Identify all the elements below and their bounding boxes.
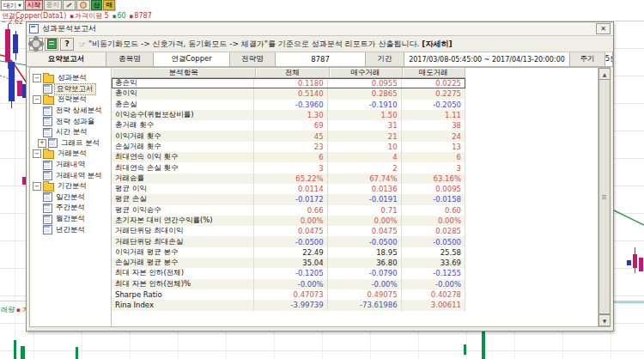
- tree-item-전략 상세분석[interactable]: 전략 상세분석: [30, 106, 111, 117]
- cell-value: 0.0285: [402, 226, 465, 236]
- report-sheet-icon: [43, 171, 52, 180]
- table-row[interactable]: 이익거래 횟수452124: [112, 131, 465, 141]
- scroll-down-button[interactable]: ▼: [598, 314, 611, 326]
- mode-dropdown[interactable]: 대기 ▼: [1, 0, 24, 10]
- dialog-titlebar[interactable]: 성과분석보고서 ✕: [27, 22, 613, 36]
- export-button[interactable]: [45, 38, 58, 51]
- tree-item-거래분석[interactable]: −거래분석: [30, 149, 111, 160]
- table-row[interactable]: 총이익0.51400.28650.2275: [112, 88, 465, 99]
- column-header-매도거래[interactable]: 매도거래: [403, 68, 465, 77]
- row-label: 총손익: [112, 78, 254, 88]
- tree-item-기간분석[interactable]: −기간분석: [30, 181, 111, 192]
- table-row[interactable]: 총거래 횟수693138: [112, 120, 465, 131]
- tree-item-월간분석[interactable]: 월간분석: [30, 214, 111, 225]
- cell-value: 0.00%: [328, 216, 402, 226]
- cell-value: 0.00%: [254, 216, 328, 226]
- table-row[interactable]: 최대연속 이익 횟수646: [112, 152, 465, 162]
- help-button[interactable]: ?: [60, 38, 74, 51]
- column-header-매수거래[interactable]: 매수거래: [330, 68, 403, 77]
- report-type-label: 요약보고서: [27, 52, 106, 66]
- buy-mode-button[interactable]: 산: [91, 0, 103, 10]
- excel-export-icon: [47, 39, 57, 49]
- tree-item-거래내역 분석[interactable]: 거래내역 분석: [30, 170, 111, 181]
- row-label: 손실거래 횟수: [112, 142, 254, 152]
- settings-button[interactable]: [29, 38, 43, 51]
- table-row[interactable]: 이익승수(위험보상비률)1.301.501.11: [112, 110, 465, 120]
- cell-value: -0.0500: [328, 236, 402, 246]
- collapse-icon[interactable]: −: [33, 182, 41, 191]
- tree-item-전략 성과율[interactable]: 전략 성과율: [30, 116, 111, 127]
- sell-mode-button[interactable]: 매: [103, 0, 115, 10]
- stop-button[interactable]: 중지: [44, 0, 62, 10]
- cell-value: -0.0500: [402, 236, 465, 246]
- cell-value: 69: [254, 120, 328, 131]
- tree-item-시간 분석[interactable]: 시간 분석: [30, 127, 111, 138]
- wrench-button[interactable]: [63, 0, 76, 10]
- volume-bar: [464, 344, 466, 355]
- row-label: 거래승률: [112, 173, 254, 184]
- row-label: 최대 자본 인하(전체)%: [112, 279, 254, 289]
- scrollbar-thumb[interactable]: [598, 79, 611, 314]
- table-row[interactable]: 거래승률65.22%67.74%63.16%: [112, 173, 465, 184]
- bullet-icon: ▪: [70, 13, 74, 20]
- column-header-전체[interactable]: 전체: [256, 68, 329, 77]
- table-row[interactable]: Rina Index-3.99739-73.619863.00611: [112, 300, 465, 310]
- cell-value: 45: [254, 131, 328, 141]
- tree-item-일간분석[interactable]: 일간분석: [30, 192, 111, 204]
- vertical-scrollbar[interactable]: ▲ ▼: [598, 68, 610, 326]
- tree-item-그래프 분석[interactable]: +그래프 분석: [30, 138, 111, 149]
- detail-link[interactable]: [자세히]: [422, 40, 452, 48]
- table-row[interactable]: 총손실-0.3960-0.1910-0.2050: [112, 100, 465, 110]
- candle: [633, 254, 637, 268]
- table-row[interactable]: 거래단위당 최대손실-0.0500-0.0500-0.0500: [112, 236, 465, 246]
- scroll-up-icon: ▲: [603, 71, 607, 77]
- table-row[interactable]: 손실거래 평균 봉수35.0436.8033.69: [112, 258, 465, 268]
- cell-value: 0.0095: [402, 184, 465, 194]
- scroll-up-button[interactable]: ▲: [598, 68, 611, 80]
- table-row[interactable]: 평균 이익승수0.660.710.60: [112, 205, 465, 216]
- table-row[interactable]: 평균 이익0.01140.01360.0095: [112, 184, 465, 194]
- cell-value: 63.16%: [402, 173, 465, 184]
- tree-item-거래내역[interactable]: 거래내역: [30, 160, 111, 171]
- expand-icon[interactable]: +: [38, 139, 46, 148]
- cell-value: 0.0955: [328, 78, 402, 88]
- table-row[interactable]: 최대 자본 인하(전체)-0.1205-0.0790-0.1255: [112, 268, 465, 278]
- table-row[interactable]: Sharpe Ratio0.470730.490750.40278: [112, 289, 465, 300]
- cell-value: 0.0114: [254, 184, 328, 194]
- collapse-icon[interactable]: −: [33, 95, 41, 104]
- collapse-icon[interactable]: −: [33, 149, 41, 158]
- period-field-value: 2017/03/08-05:45:00 ~ 2017/04/13-20:00:0…: [404, 52, 570, 66]
- row-label: 거래단위당 최대이익: [112, 226, 254, 236]
- cell-value: -0.00%: [402, 279, 465, 289]
- cell-value: 25.58: [402, 247, 465, 258]
- tree-item-주간분석[interactable]: 주간분석: [30, 203, 111, 214]
- row-label: 초기자본 대비 연간수익률(%): [112, 216, 254, 226]
- table-row[interactable]: 최대 자본 인하(전체)%-0.00%-0.00%-0.00%: [112, 279, 465, 289]
- table-row[interactable]: 최대연속 손실 횟수323: [112, 162, 465, 173]
- table-row[interactable]: 초기자본 대비 연간수익률(%)0.00%0.00%0.00%: [112, 216, 465, 226]
- volume-bar: [482, 332, 485, 359]
- cell-value: 0.0225: [402, 78, 465, 88]
- column-header-분석항목[interactable]: 분석항목: [112, 68, 256, 77]
- collapse-icon[interactable]: −: [33, 74, 41, 82]
- tree-item-성과분석[interactable]: −성과분석: [30, 73, 111, 84]
- close-button[interactable]: ✕: [596, 23, 611, 34]
- tree-item-요약보고서[interactable]: 요약보고서: [30, 84, 111, 95]
- table-row[interactable]: 손실거래 횟수231013: [112, 142, 465, 152]
- cell-value: 67.74%: [328, 173, 402, 184]
- cell-value: -0.2050: [402, 100, 465, 110]
- row-label: 최대 자본 인하(전체): [112, 268, 254, 278]
- row-label: 총손실: [112, 100, 254, 110]
- cell-value: 6: [402, 152, 465, 162]
- cell-value: -0.0500: [254, 236, 328, 246]
- table-row[interactable]: 이익거래 평균 봉수22.4918.9525.58: [112, 247, 465, 258]
- start-button[interactable]: 시작: [25, 0, 43, 10]
- settings-button[interactable]: [76, 0, 90, 10]
- tree-item-전략분석[interactable]: −전략분석: [30, 94, 111, 106]
- table-row[interactable]: 총손익0.11800.09550.0225: [112, 78, 465, 88]
- tree-item-label: 전략분석: [56, 94, 88, 105]
- tree-item-label: 전략 성과율: [54, 117, 96, 127]
- table-row[interactable]: 평균 손실-0.0172-0.0191-0.0158: [112, 194, 465, 204]
- tree-item-년간분석[interactable]: 년간분석: [30, 224, 111, 235]
- table-row[interactable]: 거래단위당 최대이익0.04750.04750.0285: [112, 226, 465, 236]
